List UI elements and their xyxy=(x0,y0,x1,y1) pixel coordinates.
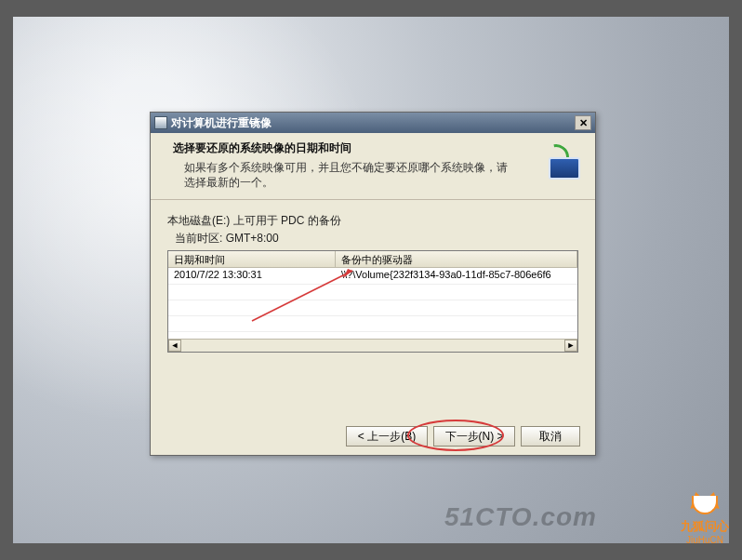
watermark-line1: 九狐问心 xyxy=(681,518,729,535)
close-button[interactable]: ✕ xyxy=(575,115,591,130)
backup-location-label: 本地磁盘(E:) 上可用于 PDC 的备份 xyxy=(167,213,578,229)
heading: 选择要还原的系统映像的日期和时间 xyxy=(173,140,582,156)
column-drives[interactable]: 备份中的驱动器 xyxy=(336,251,577,267)
timezone-label: 当前时区: GMT+8:00 xyxy=(175,231,578,247)
column-datetime[interactable]: 日期和时间 xyxy=(168,251,336,267)
dialog-header: 选择要还原的系统映像的日期和时间 如果有多个系统映像可用，并且您不确定要还原哪个… xyxy=(151,133,595,200)
back-button[interactable]: < 上一步(B) xyxy=(346,426,428,447)
table-row[interactable]: 2010/7/22 13:30:31 \\?\Volume{232f3134-9… xyxy=(168,268,577,284)
watermark-jiuhu: 九狐问心 JiuHuCN xyxy=(681,487,729,545)
fox-icon xyxy=(685,487,724,516)
scroll-left-button[interactable]: ◄ xyxy=(168,340,181,352)
subtitle: 如果有多个系统映像可用，并且您不确定要还原哪个系统映像，请选择最新的一个。 xyxy=(173,160,517,190)
watermark-51cto: 51CTO.com xyxy=(444,502,597,532)
backup-list[interactable]: 日期和时间 备份中的驱动器 2010/7/22 13:30:31 \\?\Vol… xyxy=(167,250,578,353)
button-bar: < 上一步(B) 下一步(N) > 取消 xyxy=(151,418,595,455)
next-button[interactable]: 下一步(N) > xyxy=(433,426,515,447)
cancel-button[interactable]: 取消 xyxy=(521,426,580,447)
restore-icon xyxy=(539,142,584,181)
scroll-right-button[interactable]: ► xyxy=(564,340,577,352)
app-icon xyxy=(154,116,167,129)
cell-drives: \\?\Volume{232f3134-93a0-11df-85c7-806e6… xyxy=(336,268,577,284)
cell-datetime: 2010/7/22 13:30:31 xyxy=(168,268,336,284)
dialog-title: 对计算机进行重镜像 xyxy=(171,113,272,133)
reimage-dialog: 对计算机进行重镜像 ✕ 选择要还原的系统映像的日期和时间 如果有多个系统映像可用… xyxy=(150,112,596,456)
titlebar[interactable]: 对计算机进行重镜像 ✕ xyxy=(151,113,595,133)
watermark-line2: JiuHuCN xyxy=(681,535,729,545)
scrollbar-horizontal[interactable]: ◄ ► xyxy=(168,339,577,352)
